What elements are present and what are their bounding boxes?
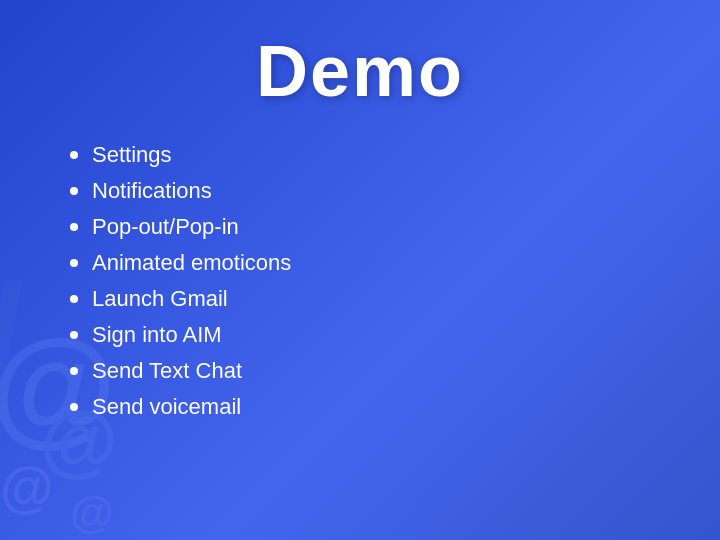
- bullet-item-send-voicemail: Send voicemail: [70, 394, 291, 420]
- slide: / @ @ @ @ Demo SettingsNotificationsPop-…: [0, 0, 720, 540]
- bullet-label-sign-into-aim: Sign into AIM: [92, 322, 222, 348]
- bullet-item-animated-emoticons: Animated emoticons: [70, 250, 291, 276]
- bullet-dot-settings: [70, 151, 78, 159]
- bullet-label-pop-out-pop-in: Pop-out/Pop-in: [92, 214, 239, 240]
- watermark-at-4: @: [70, 490, 114, 535]
- bullet-label-settings: Settings: [92, 142, 172, 168]
- bullet-label-notifications: Notifications: [92, 178, 212, 204]
- bullet-dot-send-voicemail: [70, 403, 78, 411]
- bullet-label-animated-emoticons: Animated emoticons: [92, 250, 291, 276]
- watermark-slash: /: [0, 280, 24, 420]
- slide-title: Demo: [40, 30, 680, 112]
- watermark-at-3: @: [0, 460, 54, 515]
- bullet-label-send-voicemail: Send voicemail: [92, 394, 241, 420]
- bullet-dot-animated-emoticons: [70, 259, 78, 267]
- bullet-item-pop-out-pop-in: Pop-out/Pop-in: [70, 214, 291, 240]
- bullet-item-notifications: Notifications: [70, 178, 291, 204]
- bullet-item-launch-gmail: Launch Gmail: [70, 286, 291, 312]
- bullet-label-launch-gmail: Launch Gmail: [92, 286, 228, 312]
- bullet-item-sign-into-aim: Sign into AIM: [70, 322, 291, 348]
- bullet-item-settings: Settings: [70, 142, 291, 168]
- bullet-label-send-text-chat: Send Text Chat: [92, 358, 242, 384]
- bullet-dot-send-text-chat: [70, 367, 78, 375]
- bullet-dot-sign-into-aim: [70, 331, 78, 339]
- bullet-item-send-text-chat: Send Text Chat: [70, 358, 291, 384]
- bullet-dot-notifications: [70, 187, 78, 195]
- bullet-dot-launch-gmail: [70, 295, 78, 303]
- bullet-list: SettingsNotificationsPop-out/Pop-inAnima…: [40, 142, 291, 430]
- bullet-dot-pop-out-pop-in: [70, 223, 78, 231]
